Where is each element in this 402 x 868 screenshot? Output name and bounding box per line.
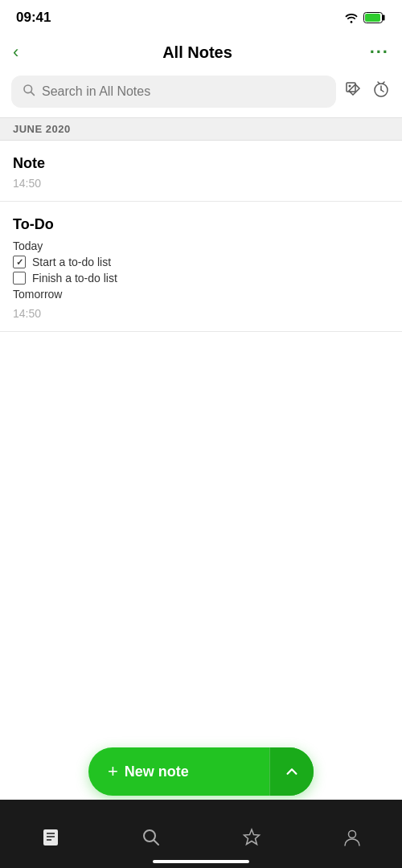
status-time: 09:41	[16, 10, 51, 26]
battery-icon	[363, 12, 386, 23]
todo-checkbox-2[interactable]	[13, 272, 26, 285]
new-note-plus-icon: +	[108, 763, 118, 780]
todo-item-2: Finish a to-do list	[13, 272, 389, 285]
new-note-button[interactable]: + New note	[88, 748, 269, 795]
search-row	[0, 76, 402, 117]
reminder-icon[interactable]	[371, 80, 391, 104]
star-tab-icon	[241, 827, 262, 848]
home-indicator	[153, 860, 249, 863]
chevron-up-icon	[285, 764, 299, 779]
status-bar: 09:41	[0, 0, 402, 32]
search-bar[interactable]	[11, 76, 336, 108]
section-label: JUNE 2020	[13, 123, 71, 135]
todo-note-item[interactable]: To-Do Today Start a to-do list Finish a …	[0, 202, 402, 332]
svg-line-10	[378, 82, 379, 84]
note-item-note[interactable]: Note 14:50	[0, 141, 402, 202]
more-button[interactable]: ···	[370, 42, 389, 63]
search-icon	[23, 84, 35, 100]
svg-rect-2	[365, 14, 380, 22]
svg-rect-1	[383, 15, 385, 21]
note-title: Note	[13, 155, 389, 172]
tab-bar	[0, 800, 402, 868]
svg-line-17	[154, 840, 158, 845]
note-time: 14:50	[13, 177, 389, 190]
todo-item-1: Start a to-do list	[13, 256, 389, 268]
search-tab-icon	[141, 827, 162, 848]
todo-note-title: To-Do	[13, 216, 389, 233]
svg-line-4	[31, 92, 34, 95]
svg-point-6	[349, 84, 351, 87]
new-note-label: New note	[125, 764, 189, 780]
section-header-june2020: JUNE 2020	[0, 117, 402, 141]
todo-item-text-1: Start a to-do list	[32, 256, 111, 268]
tab-favorites[interactable]	[201, 824, 302, 848]
today-label: Today	[13, 240, 389, 252]
search-input[interactable]	[42, 84, 325, 99]
back-button[interactable]: ‹	[13, 39, 25, 66]
tab-search[interactable]	[100, 824, 201, 848]
todo-checkbox-1[interactable]	[13, 256, 26, 268]
new-note-action: + New note	[88, 747, 314, 796]
todo-item-text-2: Finish a to-do list	[32, 272, 117, 285]
svg-point-19	[348, 830, 355, 837]
tag-icon[interactable]	[344, 80, 363, 104]
svg-rect-12	[43, 829, 58, 845]
wifi-icon	[344, 12, 359, 23]
notes-tab-icon	[40, 827, 61, 848]
svg-marker-18	[244, 829, 259, 845]
nav-header: ‹ All Notes ···	[0, 32, 402, 76]
tomorrow-label: Tomorrow	[13, 288, 389, 301]
page-title: All Notes	[162, 43, 232, 62]
svg-line-11	[383, 82, 384, 84]
person-tab-icon	[342, 827, 363, 848]
status-icons	[344, 12, 386, 23]
todo-time: 14:50	[13, 307, 389, 320]
svg-line-9	[381, 90, 384, 92]
tab-notes[interactable]	[0, 824, 100, 848]
svg-rect-5	[347, 83, 355, 92]
new-note-expand-button[interactable]	[269, 747, 314, 796]
tab-profile[interactable]	[302, 824, 402, 848]
